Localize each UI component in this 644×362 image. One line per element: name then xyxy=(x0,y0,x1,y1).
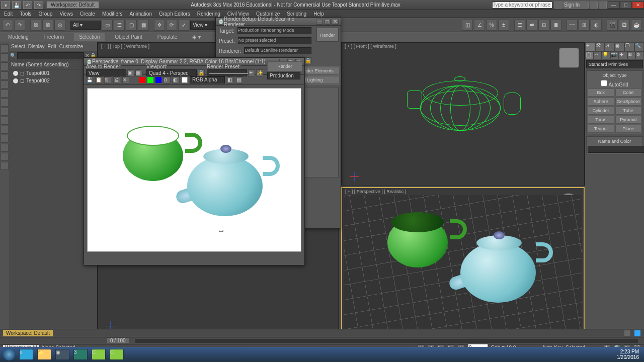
cmd-tab-utilities-icon[interactable]: 🔧 xyxy=(634,42,645,51)
ribbon-tab-modeling[interactable]: Modeling xyxy=(3,33,34,41)
ribbon-tab-object-paint[interactable]: Object Paint xyxy=(110,33,147,41)
prim-tube-button[interactable]: Tube xyxy=(615,107,642,115)
maximize-button[interactable]: □ xyxy=(620,2,632,9)
snap-toggle-icon[interactable]: ◫ xyxy=(462,20,473,31)
menu-help[interactable]: Help xyxy=(313,11,324,17)
schematic-view-icon[interactable]: ⊞ xyxy=(579,20,590,31)
lt-icon[interactable] xyxy=(1,89,9,98)
menu-modifiers[interactable]: Modifiers xyxy=(102,11,123,17)
fx-icon[interactable]: ✨ xyxy=(256,69,263,76)
ribbon-tab-populate[interactable]: Populate xyxy=(152,33,182,41)
prim-pyramid-button[interactable]: Pyramid xyxy=(615,116,642,124)
maximize-icon[interactable]: □ xyxy=(324,19,331,25)
curve-editor-icon[interactable]: 〰 xyxy=(567,20,578,31)
viewport-label[interactable]: [ + ] [ Front ] [ Wireframe ] xyxy=(345,44,396,49)
named-selection-icon[interactable]: ☰ xyxy=(514,20,525,31)
taskbar-ie-icon[interactable]: e xyxy=(19,349,33,360)
lt-icon[interactable] xyxy=(1,144,9,152)
menu-group[interactable]: Group xyxy=(39,11,53,17)
unlink-icon[interactable]: ⛓̸ xyxy=(42,20,53,31)
cmd-tab-motion-icon[interactable]: ◉ xyxy=(615,42,625,51)
clone-icon[interactable]: ⎘ xyxy=(104,76,111,83)
target-dropdown[interactable]: Production Rendering Mode xyxy=(237,27,311,34)
prim-box-button[interactable]: Box xyxy=(588,88,614,97)
signin-button[interactable]: Sign In xyxy=(564,2,589,9)
search-icon[interactable] xyxy=(554,2,562,9)
system-clock[interactable]: 2:23 PM1/20/2016 xyxy=(617,349,641,360)
layers-icon[interactable]: ≣ xyxy=(550,20,561,31)
lt-icon[interactable] xyxy=(1,53,9,61)
taskbar-camtasia-icon[interactable]: C xyxy=(92,349,106,360)
ribbon-tab-selection[interactable]: Selection xyxy=(74,33,105,41)
viewport-dropdown[interactable]: Quad 4 - Perspec xyxy=(146,69,197,76)
lt-icon[interactable] xyxy=(1,62,9,70)
percent-snap-icon[interactable]: % xyxy=(486,20,497,31)
spinner-snap-icon[interactable]: ± xyxy=(498,20,509,31)
ws-icon[interactable] xyxy=(624,330,631,337)
help-icon[interactable] xyxy=(599,2,607,9)
minimize-icon[interactable]: — xyxy=(316,19,323,25)
render-button[interactable]: Render xyxy=(267,61,302,71)
close-icon[interactable]: ✕ xyxy=(332,19,339,25)
cmd-cat-systems-icon[interactable]: ⚙ xyxy=(635,51,644,59)
scene-search-input[interactable] xyxy=(17,52,84,59)
frame-indicator[interactable]: 0 / 100 xyxy=(107,337,129,344)
angle-snap-icon[interactable]: ∠ xyxy=(474,20,485,31)
start-button[interactable] xyxy=(3,348,15,360)
time-slider[interactable]: 0 / 100 xyxy=(0,337,644,344)
render-production-icon[interactable]: ☕ xyxy=(631,20,642,31)
scale-icon[interactable]: ⤢ xyxy=(178,20,189,31)
autogrid-checkbox[interactable] xyxy=(601,80,607,86)
menu-tools[interactable]: Tools xyxy=(20,11,31,17)
prim-cone-button[interactable]: Cone xyxy=(615,88,642,97)
production-dropdown[interactable]: Production xyxy=(267,72,300,79)
overlay-icon[interactable]: ▤ xyxy=(236,76,243,83)
teapot-blue[interactable] xyxy=(460,228,546,304)
lt-icon[interactable] xyxy=(1,44,9,52)
lt-icon[interactable] xyxy=(1,126,9,134)
render-button[interactable]: Render xyxy=(316,28,339,42)
prim-teapot-button[interactable]: Teapot xyxy=(588,125,614,133)
viewcube[interactable] xyxy=(559,48,579,68)
menu-create[interactable]: Create xyxy=(80,11,95,17)
close-button[interactable]: ✕ xyxy=(632,2,644,9)
channel-dropdown[interactable]: RGB Alpha xyxy=(190,76,225,83)
lt-icon[interactable] xyxy=(1,162,9,170)
select-object-icon[interactable]: ▭ xyxy=(102,20,113,31)
cmd-cat-geometry-icon[interactable]: ◯ xyxy=(585,51,594,59)
mirror-icon[interactable]: ⇄ xyxy=(526,20,537,31)
menu-rendering[interactable]: Rendering xyxy=(197,11,220,17)
toggle-icon[interactable]: ◧ xyxy=(227,76,234,83)
lt-icon[interactable] xyxy=(1,99,9,107)
region-icon[interactable]: ▣ xyxy=(127,69,134,76)
lt-icon[interactable] xyxy=(1,71,9,79)
menu-graph-editors[interactable]: Graph Editors xyxy=(159,11,190,17)
env-icon[interactable]: ☀ xyxy=(248,69,255,76)
workspace-label[interactable]: Workspace: Default xyxy=(3,330,53,336)
rotate-icon[interactable]: ⟳ xyxy=(166,20,177,31)
scene-menu-select[interactable]: Select xyxy=(11,44,25,49)
mono-icon[interactable]: ◐ xyxy=(173,76,180,83)
cmd-cat-helpers-icon[interactable]: ✚ xyxy=(619,51,627,59)
cmd-tab-create-icon[interactable]: ✦ xyxy=(585,42,595,51)
cmd-tab-hierarchy-icon[interactable]: ⊿ xyxy=(605,42,615,51)
viewport-perspective[interactable]: [ + ] [ Perspective ] [ Realistic ] xyxy=(341,187,585,335)
primitive-category-dropdown[interactable]: Standard Primitives xyxy=(586,60,643,68)
ribbon-expand-icon[interactable]: ◉ ▾ xyxy=(187,33,206,41)
window-crossing-icon[interactable]: ▦ xyxy=(138,20,149,31)
bg-color-icon[interactable] xyxy=(182,77,188,83)
prim-plane-button[interactable]: Plane xyxy=(615,125,642,133)
minimize-button[interactable]: — xyxy=(608,2,620,9)
prim-cylinder-button[interactable]: Cylinder xyxy=(588,107,614,115)
render-frame-icon[interactable]: 🖼 xyxy=(619,20,630,31)
prim-torus-button[interactable]: Torus xyxy=(588,116,614,124)
copy-image-icon[interactable]: 📋 xyxy=(95,76,102,83)
menu-animation[interactable]: Animation xyxy=(129,11,151,17)
ribbon-tab-freeform[interactable]: Freeform xyxy=(39,33,69,41)
selection-filter-dropdown[interactable]: All ▾ xyxy=(70,21,101,30)
ws-icon[interactable] xyxy=(634,330,641,337)
material-editor-icon[interactable]: ◐ xyxy=(591,20,602,31)
qat-undo-icon[interactable]: ↶ xyxy=(23,1,32,9)
channel-alpha-icon[interactable]: α xyxy=(164,76,171,83)
select-region-icon[interactable]: ▢ xyxy=(126,20,137,31)
